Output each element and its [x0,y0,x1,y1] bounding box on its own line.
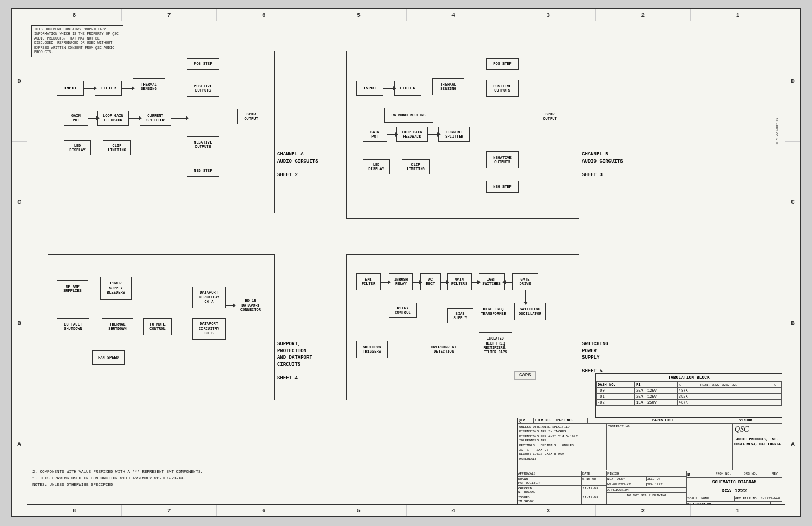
block-s-mute: TO MUTECONTROL [143,318,172,335]
block-s-power-bleeders: POWERSUPPLYBLEEDERS [100,277,132,300]
switching-label: SWITCHINGPOWERSUPPLYSHEET 5 [582,341,608,375]
block-sw-highfreq: HIGH FREQTRANSFORMER [479,303,508,320]
company-name: AUDIO PRODUCTS, INC.COSTA MESA, CALIFORN… [733,436,782,448]
issued-row: ISSUED TM SHOOK 11-12-98 [518,495,606,504]
title-block-area: QTY ITEM NO. PART NO. PARTS LIST VENDOR … [517,418,782,504]
block-a-led: LEDDISPLAY [64,140,91,155]
company-area: QSC AUDIO PRODUCTS, INC.COSTA MESA, CALI… [733,424,782,470]
arrow-a-gain-loop [88,118,97,119]
top-marker-4: 4 [407,9,501,21]
product-name: DCA 1222 [687,486,782,496]
approvals-content: APPROVALS DATE DRAWN PAT QUILTER 5-15-98 [518,471,782,504]
block-a-spkr: SPKROUTPUT [237,109,265,124]
arrow-b-gain-loop [387,134,396,135]
scale-row: SCALE: NONE GRD FILE NO: SH1223-WAA [687,496,782,502]
drawn-row: DRAWN PAT QUILTER 5-15-98 [518,477,606,486]
bot-marker-5: 5 [311,505,406,516]
right-markers: D C B A [785,21,800,504]
col-item: ITEM NO. [534,418,555,423]
tab-val-02-2: 487K [677,400,699,406]
tolerances-area: UNLESS OTHERWISE SPECIFIEDDIMENSIONS ARE… [518,424,782,470]
block-b-filter: FILTER [394,81,421,96]
schematic-title: SCHEMATIC DIAGRAM [687,478,782,486]
top-marker-8: 8 [27,9,122,21]
bot-marker-2: 2 [596,505,691,516]
tab-dash-00: -00 [597,388,635,394]
drawn-date: 5-15-98 [582,477,606,485]
company-logo-row: QSC [733,424,782,436]
block-b-neg-step: NEG STEP [486,181,519,193]
note-header: NOTES: UNLESS OTHERWISE SPECIFIED [32,482,203,488]
right-marker-c: C [785,142,800,263]
bottom-markers: 8 7 6 5 4 3 2 1 [27,504,785,516]
block-s-fanspeed: FAN SPEED [92,350,125,365]
arrow-b-loop-current [428,134,438,135]
tab-f1-header: F1 [635,382,678,388]
checked-row: CHECKED W. RULAND 11-12-98 [518,486,606,495]
rev-label: REV [771,471,782,477]
tab-val-02-1: 15A, 250V [635,400,678,406]
tabulation-block: TABULATION BLOCK DASH NO. F1 △ R321, 322… [595,373,782,418]
top-marker-1: 1 [691,9,785,21]
block-sw-gate-drive: GATEDRIVE [512,273,538,290]
arrow-sw-inrush-ac [413,282,420,283]
wp-value: WP-001223-XX [607,483,647,486]
right-marker-b: B [785,263,800,384]
block-b-negative: NEGATIVEOUTPUTS [486,151,519,168]
middle-section: FINISH NEXT ASSY USED ON WP-001223-XX DC… [607,471,687,504]
block-b-thermal: THERMALSENSING [432,78,464,95]
channel-a-box [48,51,275,213]
issued-date: 11-12-98 [582,495,606,504]
tab-checkmark2: △ [772,382,782,388]
approvals-table: APPROVALS DATE DRAWN PAT QUILTER 5-15-98 [518,471,607,504]
caps-label: CAPS [514,371,536,380]
tab-val-02-3 [699,400,772,406]
arrow-sw-main-igbt [472,282,479,283]
block-sw-relay-control: RELAYCONTROL [389,303,417,318]
block-sw-main-filters: MAINFILTERS [447,273,472,290]
block-a-current-splitter: CURRENTSPLITTER [140,111,171,126]
drawing-no-row: SH-001223-00 [687,502,782,504]
block-sw-isolated: ISOLATEDHIGH FREQRECTIFIERS,FILTER CAPS [479,332,512,360]
tolerances-text: UNLESS OTHERWISE SPECIFIEDDIMENSIONS ARE… [518,424,607,470]
dca-value: DCA 1222 [647,483,686,486]
arrow-s-dataport-hd15 [226,305,234,306]
left-markers: D C B A [12,21,27,504]
parts-list-headers: QTY ITEM NO. PART NO. PARTS LIST VENDOR [518,418,782,424]
approvals-header-row: APPROVALS DATE [518,471,606,477]
block-s-thermal-shutdown: THERMALSHUTDOWN [102,318,133,335]
block-s-dataport-a: DATAPORTCIRCUITRYCH A [192,287,226,308]
tab-dash-header: DASH NO. [597,382,635,388]
arrow-sw-ac-main [441,282,447,283]
right-title-section: D FROM NO. DRG NO. REV SCHEMATIC DIAGRAM… [687,471,782,504]
block-b-clip: CLIPLIMITING [402,159,430,174]
block-b-pos-step: POS STEP [486,58,519,70]
do-not-scale: DO NOT SCALE DRAWING [607,492,686,498]
block-a-input: INPUT [57,81,84,96]
contract-label: CONTRACT NO. [607,424,732,430]
bot-marker-1: 1 [691,505,785,516]
side-text-sh: SH-001223-00 [775,118,779,145]
block-sw-inrush: INRUSHRELAY [389,273,413,290]
tab-val-00-3 [699,388,772,394]
top-marker-3: 3 [501,9,596,21]
col-qty: QTY [518,418,534,423]
channel-a-label: CHANNEL AAUDIO CIRCUITSSHEET 2 [277,151,318,178]
block-b-current-splitter: CURRENTSPLITTER [438,127,470,142]
note-1: 1. THIS DRAWING USED IN CONJUNCTION WITH… [32,475,203,482]
tab-row-02: -02 15A, 250V 487K [597,400,782,406]
finish-row: FINISH [607,471,686,477]
scale-label: SCALE: NONE [687,496,735,501]
tab-r-header: R321, 322, 326, 328 [699,382,772,388]
bot-marker-4: 4 [407,505,501,516]
rev-value [771,502,782,504]
notes-area: 2. COMPONENTS WITH VALUE PREFIXED WITH A… [32,469,203,488]
contract-value [607,430,732,470]
block-b-input: INPUT [356,81,383,96]
schematic-sheet: 8 7 6 5 4 3 2 1 8 7 6 5 4 3 2 1 D C B A … [11,8,801,517]
block-b-br-mono: BR MONO ROUTING [384,108,433,123]
tab-val-01-3 [699,394,772,400]
block-a-positive-outputs: POSITIVEOUTPUTS [187,80,219,97]
block-a-thermal: THERMALSENSING [133,78,165,95]
block-s-dataport-b: DATAPORTCIRCUITRYCH B [192,318,226,340]
